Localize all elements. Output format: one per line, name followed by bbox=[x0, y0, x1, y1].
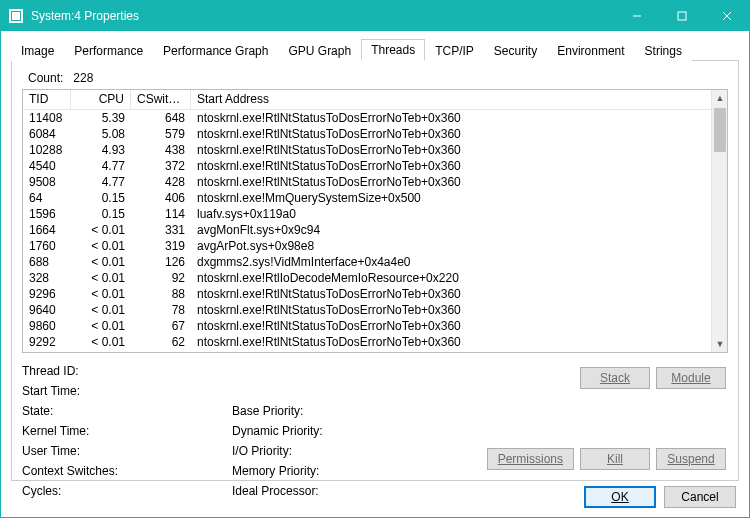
cell-cswitch: 319 bbox=[131, 238, 191, 254]
cell-cpu: < 0.01 bbox=[71, 318, 131, 334]
cell-tid: 328 bbox=[23, 270, 71, 286]
suspend-button[interactable]: Suspend bbox=[656, 448, 726, 470]
count-label: Count: bbox=[28, 71, 70, 85]
cell-cswitch: 92 bbox=[131, 270, 191, 286]
tab-threads[interactable]: Threads bbox=[361, 39, 425, 61]
tab-image[interactable]: Image bbox=[11, 40, 64, 61]
title-bar: System:4 Properties bbox=[1, 1, 749, 31]
stack-button[interactable]: Stack bbox=[580, 367, 650, 389]
table-row[interactable]: 60845.08579ntoskrnl.exe!RtlNtStatusToDos… bbox=[23, 126, 711, 142]
permissions-button[interactable]: Permissions bbox=[487, 448, 574, 470]
table-row[interactable]: 102884.93438ntoskrnl.exe!RtlNtStatusToDo… bbox=[23, 142, 711, 158]
cell-cpu: 4.77 bbox=[71, 174, 131, 190]
cell-tid: 9508 bbox=[23, 174, 71, 190]
cell-start: ntoskrnl.exe!RtlNtStatusToDosErrorNoTeb+… bbox=[191, 318, 711, 334]
cell-tid: 688 bbox=[23, 254, 71, 270]
cell-tid: 10288 bbox=[23, 142, 71, 158]
minimize-button[interactable] bbox=[614, 1, 659, 31]
count-value: 228 bbox=[73, 71, 93, 85]
label-state: State: bbox=[22, 403, 232, 423]
col-start[interactable]: Start Address bbox=[191, 90, 727, 109]
cell-cswitch: 648 bbox=[131, 110, 191, 126]
scroll-thumb[interactable] bbox=[714, 108, 726, 152]
table-row[interactable]: 328< 0.0192ntoskrnl.exe!RtlIoDecodeMemIo… bbox=[23, 270, 711, 286]
col-cpu[interactable]: CPU bbox=[71, 90, 131, 109]
cell-cpu: 5.39 bbox=[71, 110, 131, 126]
cell-cswitch: 126 bbox=[131, 254, 191, 270]
dialog-content: ImagePerformancePerformance GraphGPU Gra… bbox=[1, 31, 749, 491]
table-row[interactable]: 9292< 0.0162ntoskrnl.exe!RtlNtStatusToDo… bbox=[23, 334, 711, 350]
vertical-scrollbar[interactable]: ▲ ▼ bbox=[711, 90, 727, 352]
cell-cswitch: 428 bbox=[131, 174, 191, 190]
window-title: System:4 Properties bbox=[31, 9, 614, 23]
thread-action-row-1: Stack Module bbox=[580, 367, 726, 389]
kill-button[interactable]: Kill bbox=[580, 448, 650, 470]
table-row[interactable]: 1760< 0.01319avgArPot.sys+0x98e8 bbox=[23, 238, 711, 254]
label-thread-id: Thread ID: bbox=[22, 363, 232, 383]
table-row[interactable]: 9860< 0.0167ntoskrnl.exe!RtlNtStatusToDo… bbox=[23, 318, 711, 334]
maximize-button[interactable] bbox=[659, 1, 704, 31]
table-row[interactable]: 688< 0.01126dxgmms2.sys!VidMmInterface+0… bbox=[23, 254, 711, 270]
table-row[interactable]: 640.15406ntoskrnl.exe!MmQuerySystemSize+… bbox=[23, 190, 711, 206]
cell-start: avgMonFlt.sys+0x9c94 bbox=[191, 222, 711, 238]
cell-tid: 6084 bbox=[23, 126, 71, 142]
table-row[interactable]: 114085.39648ntoskrnl.exe!RtlNtStatusToDo… bbox=[23, 110, 711, 126]
label-ideal-processor: Ideal Processor: bbox=[232, 483, 442, 503]
dialog-button-row: OK Cancel bbox=[584, 486, 736, 508]
table-row[interactable]: 15960.15114luafv.sys+0x119a0 bbox=[23, 206, 711, 222]
thread-list[interactable]: TID CPU CSwitch D... Start Address 11408… bbox=[22, 89, 728, 353]
table-row[interactable]: 1664< 0.01331avgMonFlt.sys+0x9c94 bbox=[23, 222, 711, 238]
ok-button[interactable]: OK bbox=[584, 486, 656, 508]
cell-cswitch: 406 bbox=[131, 190, 191, 206]
cell-tid: 1596 bbox=[23, 206, 71, 222]
table-row[interactable]: 9296< 0.0188ntoskrnl.exe!RtlNtStatusToDo… bbox=[23, 286, 711, 302]
col-tid[interactable]: TID bbox=[23, 90, 71, 109]
cell-cpu: < 0.01 bbox=[71, 238, 131, 254]
tab-gpu-graph[interactable]: GPU Graph bbox=[278, 40, 361, 61]
tab-performance[interactable]: Performance bbox=[64, 40, 153, 61]
cell-tid: 9292 bbox=[23, 334, 71, 350]
tab-performance-graph[interactable]: Performance Graph bbox=[153, 40, 278, 61]
cell-cpu: < 0.01 bbox=[71, 302, 131, 318]
cell-cswitch: 331 bbox=[131, 222, 191, 238]
cell-cswitch: 438 bbox=[131, 142, 191, 158]
cell-cpu: 4.93 bbox=[71, 142, 131, 158]
cell-start: ntoskrnl.exe!MmQuerySystemSize+0x500 bbox=[191, 190, 711, 206]
table-row[interactable]: 95084.77428ntoskrnl.exe!RtlNtStatusToDos… bbox=[23, 174, 711, 190]
label-start-time: Start Time: bbox=[22, 383, 232, 403]
tab-environment[interactable]: Environment bbox=[547, 40, 634, 61]
svg-rect-1 bbox=[678, 12, 686, 20]
scroll-down-icon[interactable]: ▼ bbox=[712, 336, 728, 352]
tab-strings[interactable]: Strings bbox=[635, 40, 692, 61]
cell-cswitch: 579 bbox=[131, 126, 191, 142]
cell-tid: 1664 bbox=[23, 222, 71, 238]
cell-tid: 64 bbox=[23, 190, 71, 206]
cell-start: ntoskrnl.exe!RtlNtStatusToDosErrorNoTeb+… bbox=[191, 142, 711, 158]
cell-tid: 9296 bbox=[23, 286, 71, 302]
cell-start: ntoskrnl.exe!RtlNtStatusToDosErrorNoTeb+… bbox=[191, 126, 711, 142]
tab-security[interactable]: Security bbox=[484, 40, 547, 61]
table-row[interactable]: 9640< 0.0178ntoskrnl.exe!RtlNtStatusToDo… bbox=[23, 302, 711, 318]
tab-panel-threads: Count: 228 TID CPU CSwitch D... Start Ad… bbox=[11, 61, 739, 481]
thread-list-rows: 114085.39648ntoskrnl.exe!RtlNtStatusToDo… bbox=[23, 110, 711, 352]
label-context-switches: Context Switches: bbox=[22, 463, 232, 483]
cell-tid: 9860 bbox=[23, 318, 71, 334]
cell-start: RTKVHD64.sys+0x34ac4 bbox=[191, 350, 711, 352]
tab-tcp-ip[interactable]: TCP/IP bbox=[425, 40, 484, 61]
cell-cswitch: 114 bbox=[131, 206, 191, 222]
cell-cswitch: 67 bbox=[131, 318, 191, 334]
close-button[interactable] bbox=[704, 1, 749, 31]
scroll-up-icon[interactable]: ▲ bbox=[712, 90, 728, 106]
cell-cpu: < 0.01 bbox=[71, 270, 131, 286]
table-row[interactable]: 45404.77372ntoskrnl.exe!RtlNtStatusToDos… bbox=[23, 158, 711, 174]
cancel-button[interactable]: Cancel bbox=[664, 486, 736, 508]
cell-start: dxgmms2.sys!VidMmInterface+0x4a4e0 bbox=[191, 254, 711, 270]
cell-cpu: 5.08 bbox=[71, 126, 131, 142]
app-icon bbox=[9, 9, 23, 23]
cell-cswitch: 372 bbox=[131, 158, 191, 174]
cell-cpu: < 0.01 bbox=[71, 334, 131, 350]
col-cswitch[interactable]: CSwitch D... bbox=[131, 90, 191, 109]
module-button[interactable]: Module bbox=[656, 367, 726, 389]
label-base-priority: Base Priority: bbox=[232, 403, 442, 423]
table-row[interactable]: 556< 0.0130RTKVHD64.sys+0x34ac4 bbox=[23, 350, 711, 352]
